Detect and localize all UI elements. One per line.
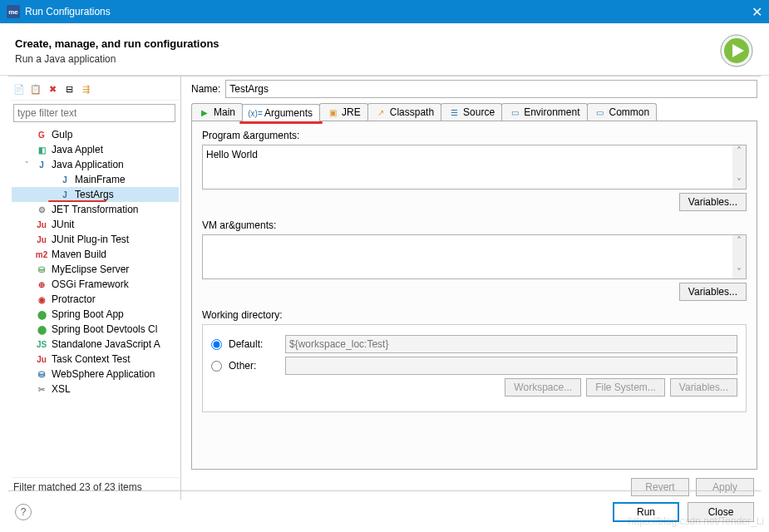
tree-item-label: XSL (52, 383, 71, 395)
workdir-variables-button[interactable]: Variables... (670, 378, 737, 397)
tree-item-websphere-application[interactable]: ⛁WebSphere Application (12, 367, 179, 382)
tree-item-spring-boot-app[interactable]: ⬤Spring Boot App (12, 307, 179, 322)
config-tabs: ▶Main(x)=Arguments▣JRE↗Classpath☰Source▭… (191, 103, 757, 121)
classpath-tab-icon: ↗ (375, 106, 387, 118)
close-icon[interactable]: ✕ (729, 4, 762, 20)
tree-item-label: Java Application (52, 159, 124, 170)
tree-item-osgi-framework[interactable]: ⊕OSGi Framework (12, 277, 179, 292)
tree-item-label: OSGi Framework (52, 278, 129, 290)
left-toolbar: 📄 📋 ✖ ⊟ ⇶ (12, 80, 179, 101)
vm-args-input[interactable] (203, 235, 732, 278)
config-type-icon: Ju (35, 233, 48, 246)
tree-item-standalone-javascript-a[interactable]: JSStandalone JavaScript A (12, 337, 179, 352)
tree-item-xsl[interactable]: ✂XSL (12, 382, 179, 397)
tree-item-java-application[interactable]: ˅JJava Application (12, 157, 179, 172)
tree-item-mainframe[interactable]: JMainFrame (12, 172, 179, 187)
default-radio[interactable] (211, 339, 222, 350)
tab-label: Source (463, 106, 495, 118)
config-type-icon: ⬤ (35, 323, 48, 336)
tab-label: Common (609, 106, 650, 118)
close-button[interactable]: Close (688, 502, 754, 522)
tree-item-label: TestArgs (75, 189, 114, 200)
left-panel: 📄 📋 ✖ ⊟ ⇶ GGulp◧Java Applet˅JJava Applic… (8, 76, 181, 500)
help-icon[interactable]: ? (15, 504, 32, 520)
config-type-icon: ⚙ (35, 203, 48, 216)
dialog-header: Create, manage, and run configurations R… (0, 23, 769, 76)
tab-label: Arguments (264, 107, 313, 119)
vm-args-field[interactable]: ˄˅ (202, 234, 747, 279)
tab-label: Environment (524, 106, 579, 118)
expand-icon[interactable]: ˅ (25, 160, 35, 169)
duplicate-icon[interactable]: 📋 (28, 81, 43, 96)
tree-item-java-applet[interactable]: ◧Java Applet (12, 142, 179, 157)
tab-common[interactable]: ▭Common (587, 103, 658, 121)
dialog-footer: ? Run Close (8, 490, 761, 532)
tree-item-junit[interactable]: JuJUnit (12, 217, 179, 232)
collapse-icon[interactable]: ⊟ (62, 81, 76, 96)
arguments-tab-content: Program &arguments: Hello World ˄˅ Varia… (191, 121, 757, 470)
filter-icon[interactable]: ⇶ (78, 81, 93, 96)
tree-item-junit-plug-in-test[interactable]: JuJUnit Plug-in Test (12, 232, 179, 247)
program-variables-button[interactable]: Variables... (679, 193, 747, 211)
header-title: Create, manage, and run configurations (15, 37, 719, 50)
titlebar: me Run Configurations ✕ (0, 0, 769, 23)
config-type-icon: Ju (35, 352, 48, 366)
tree-item-myeclipse-server[interactable]: ⛁MyEclipse Server (12, 262, 179, 277)
default-path-input (285, 335, 737, 353)
tree-item-jet-transformation[interactable]: ⚙JET Transformation (12, 202, 179, 217)
other-radio[interactable] (211, 361, 222, 372)
tab-label: Classpath (390, 106, 434, 118)
tree-item-label: Spring Boot Devtools Cl (52, 323, 157, 335)
tree-item-label: Gulp (52, 129, 72, 140)
right-panel: Name: ▶Main(x)=Arguments▣JRE↗Classpath☰S… (181, 76, 761, 500)
program-args-field[interactable]: Hello World ˄˅ (202, 145, 747, 190)
tab-environment[interactable]: ▭Environment (501, 103, 587, 121)
jre-tab-icon: ▣ (327, 106, 338, 118)
config-type-icon: J (58, 188, 71, 201)
tree-item-label: Protractor (52, 293, 96, 305)
environment-tab-icon: ▭ (509, 106, 520, 118)
tree-item-task-context-test[interactable]: JuTask Context Test (12, 352, 179, 367)
vm-variables-button[interactable]: Variables... (679, 283, 747, 301)
workdir-label: Working directory: (202, 309, 747, 321)
default-label: Default: (229, 338, 279, 350)
tree-item-label: JUnit (52, 219, 74, 230)
name-input[interactable] (225, 80, 757, 98)
tree-item-spring-boot-devtools-cl[interactable]: ⬤Spring Boot Devtools Cl (12, 322, 179, 337)
run-button[interactable]: Run (613, 502, 679, 522)
vm-args-label: VM ar&guments: (202, 219, 747, 231)
window-title: Run Configurations (25, 6, 729, 17)
tab-main[interactable]: ▶Main (191, 103, 243, 121)
config-tree[interactable]: GGulp◧Java Applet˅JJava ApplicationJMain… (12, 126, 179, 477)
tree-item-label: MyEclipse Server (52, 264, 129, 275)
tab-arguments[interactable]: (x)=Arguments (242, 104, 320, 121)
scrollbar[interactable]: ˄˅ (732, 235, 746, 278)
tree-item-label: Task Context Test (52, 353, 131, 365)
annotation-underline (239, 121, 323, 124)
filter-input[interactable] (13, 104, 175, 122)
config-type-icon: ⛁ (35, 367, 48, 381)
scrollbar[interactable]: ˄˅ (732, 145, 746, 189)
filesystem-button[interactable]: File System... (586, 378, 665, 397)
config-type-icon: J (35, 158, 48, 171)
tree-item-maven-build[interactable]: m2Maven Build (12, 247, 179, 262)
tree-item-gulp[interactable]: GGulp (12, 127, 179, 142)
other-path-input[interactable] (285, 357, 737, 375)
tree-item-testargs[interactable]: JTestArgs (12, 187, 179, 202)
config-type-icon: ✂ (35, 382, 48, 396)
program-args-input[interactable]: Hello World (203, 145, 732, 189)
app-icon: me (7, 5, 20, 18)
source-tab-icon: ☰ (448, 106, 460, 118)
new-config-icon[interactable]: 📄 (12, 81, 27, 96)
config-type-icon: JS (35, 337, 48, 351)
delete-icon[interactable]: ✖ (45, 81, 60, 96)
arguments-tab-icon: (x)= (249, 107, 261, 119)
tab-classpath[interactable]: ↗Classpath (367, 103, 441, 121)
tree-item-label: Standalone JavaScript A (52, 338, 160, 350)
config-type-icon: J (58, 173, 71, 186)
tab-source[interactable]: ☰Source (441, 103, 502, 121)
tree-item-label: JET Transformation (52, 204, 138, 215)
tree-item-protractor[interactable]: ◉Protractor (12, 292, 179, 307)
tab-jre[interactable]: ▣JRE (319, 103, 368, 121)
workspace-button[interactable]: Workspace... (505, 378, 581, 397)
